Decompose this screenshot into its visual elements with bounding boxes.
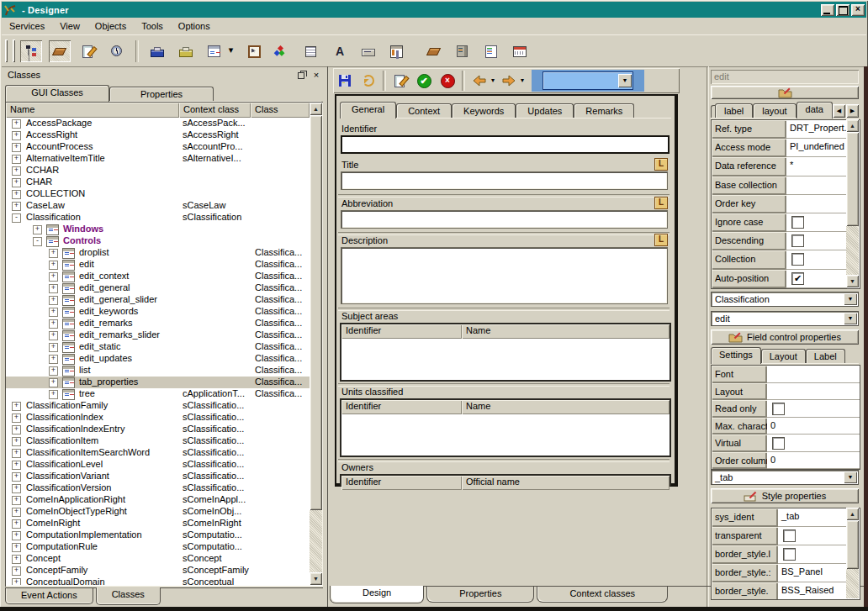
bottom-tab[interactable]: Classes: [96, 587, 161, 605]
column-header[interactable]: Class: [251, 103, 310, 118]
units-classified-table[interactable]: Identifier Name: [340, 398, 671, 457]
expand-icon[interactable]: +: [12, 519, 21, 529]
property-value[interactable]: BS_Panel: [778, 564, 847, 582]
form-tab[interactable]: Updates: [516, 103, 574, 118]
button-control-icon[interactable]: [357, 40, 379, 62]
expand-icon[interactable]: -: [12, 213, 21, 223]
property-row[interactable]: border_style.l: [712, 545, 860, 564]
expand-icon[interactable]: +: [49, 378, 58, 387]
tree-row[interactable]: + ClassificationIndexEntry sClassificati…: [6, 424, 310, 435]
expand-icon[interactable]: +: [12, 472, 21, 482]
back-dropdown-icon[interactable]: ▾: [489, 71, 497, 91]
tree-row[interactable]: + ClassificationVariant sClassificatio..…: [6, 471, 310, 482]
tree-row[interactable]: + CCHAR: [6, 165, 310, 176]
current-control-field[interactable]: edit: [711, 70, 859, 84]
column-header[interactable]: Name: [462, 400, 670, 414]
property-value[interactable]: [767, 366, 860, 383]
tree-row[interactable]: + edit_keywords Classifica...: [6, 306, 310, 318]
tree-row[interactable]: + droplist Classifica...: [6, 247, 310, 259]
tree-row[interactable]: + edit_static Classifica...: [6, 341, 310, 353]
style-combobox[interactable]: _tab ▼: [711, 470, 859, 485]
drawer-blue-icon[interactable]: [146, 40, 168, 62]
property-row[interactable]: Order key: [712, 195, 860, 213]
tree-row[interactable]: + edit_general Classifica...: [6, 282, 310, 294]
tree-row[interactable]: + edit_remarks_slider Classifica...: [6, 329, 310, 341]
minimize-button[interactable]: [821, 4, 834, 16]
property-value[interactable]: [786, 195, 847, 213]
expand-icon[interactable]: -: [33, 237, 42, 246]
scroll-down-icon[interactable]: ▼: [846, 275, 859, 287]
property-row[interactable]: Access mode PI_undefined: [712, 139, 860, 157]
confirm-button[interactable]: ✔: [414, 71, 434, 91]
float-panel-icon[interactable]: [296, 70, 308, 81]
property-value[interactable]: _tab: [778, 508, 847, 527]
property-tab[interactable]: layout: [753, 103, 796, 118]
editor-bottom-tab[interactable]: Design: [330, 586, 424, 603]
form-tab[interactable]: Context: [396, 103, 452, 118]
menu-item[interactable]: Services: [2, 18, 52, 34]
combobox-dropdown-icon[interactable]: ▼: [844, 293, 857, 305]
tree-row[interactable]: + edit_remarks Classifica...: [6, 318, 310, 329]
property-row[interactable]: Font: [712, 366, 860, 383]
property-value[interactable]: [767, 383, 860, 401]
language-icon[interactable]: L: [654, 234, 668, 246]
maximize-button[interactable]: [836, 4, 849, 16]
calendar-control-icon[interactable]: [509, 40, 531, 62]
language-icon[interactable]: L: [654, 197, 668, 209]
expand-icon[interactable]: +: [12, 131, 21, 140]
back-button[interactable]: [469, 71, 490, 91]
tree-row[interactable]: + edit Classifica...: [6, 259, 310, 271]
property-tab[interactable]: data: [797, 102, 833, 119]
menu-item[interactable]: Tools: [134, 18, 171, 34]
property-row[interactable]: Max. charact 0: [712, 418, 860, 435]
menu-item[interactable]: Options: [171, 18, 218, 34]
column-header[interactable]: Official name: [462, 476, 670, 490]
menu-item[interactable]: View: [52, 18, 87, 34]
forward-dropdown-icon[interactable]: ▾: [518, 71, 527, 91]
expand-icon[interactable]: +: [33, 225, 42, 234]
expand-icon[interactable]: +: [49, 261, 58, 270]
expand-icon[interactable]: +: [12, 508, 21, 517]
toolbar-separator[interactable]: [135, 40, 139, 62]
expand-icon[interactable]: +: [12, 461, 21, 470]
close-button[interactable]: ×: [851, 4, 865, 16]
scroll-up-icon[interactable]: ▲: [310, 103, 322, 115]
editor-bottom-tab[interactable]: Context classes: [537, 587, 668, 603]
tree-row[interactable]: + AccessRight sAccessRight: [6, 129, 310, 141]
property-value[interactable]: [767, 400, 860, 418]
cancel-button[interactable]: ×: [437, 71, 458, 91]
scrollbar-thumb[interactable]: [846, 132, 859, 226]
toolbar-grip[interactable]: [5, 40, 8, 62]
window-selector-combobox[interactable]: ▼: [542, 71, 633, 90]
expand-icon[interactable]: +: [49, 272, 58, 282]
font-icon[interactable]: A: [329, 40, 351, 62]
forward-button[interactable]: [499, 71, 519, 91]
property-tab[interactable]: label: [715, 103, 753, 118]
form-window-icon[interactable]: [204, 40, 225, 62]
settings-tab[interactable]: Layout: [761, 349, 806, 363]
editor-bottom-tab[interactable]: Properties: [426, 587, 534, 603]
classes-tab[interactable]: Properties: [109, 87, 214, 101]
tree-scrollbar[interactable]: ▲ ▼: [310, 103, 322, 585]
expand-icon[interactable]: +: [12, 531, 21, 540]
tree-row[interactable]: + ClassificationItemSearchWord sClassifi…: [6, 447, 310, 459]
edit-document-icon[interactable]: [77, 40, 99, 62]
tree-row[interactable]: + ConceptualDomain sConceptual: [6, 577, 310, 585]
description-textarea[interactable]: [341, 247, 668, 304]
expand-icon[interactable]: +: [49, 319, 58, 329]
form-tab[interactable]: Keywords: [452, 103, 516, 118]
property-value[interactable]: 0: [767, 418, 860, 435]
property-row[interactable]: Data reference *: [712, 157, 860, 176]
property-value[interactable]: [786, 176, 847, 195]
expand-icon[interactable]: +: [12, 143, 21, 152]
property-row[interactable]: transparent: [712, 527, 860, 545]
tree-row[interactable]: + edit_updates Classifica...: [6, 353, 310, 365]
history-clock-icon[interactable]: [106, 40, 128, 62]
frame-control-icon[interactable]: [243, 40, 265, 62]
column-header[interactable]: Name: [6, 103, 179, 118]
form-tab[interactable]: Remarks: [574, 103, 634, 118]
settings-tab[interactable]: Label: [806, 349, 845, 363]
table-control-icon[interactable]: [300, 40, 322, 62]
detail-table-icon[interactable]: [386, 40, 408, 62]
expand-icon[interactable]: +: [12, 119, 21, 129]
